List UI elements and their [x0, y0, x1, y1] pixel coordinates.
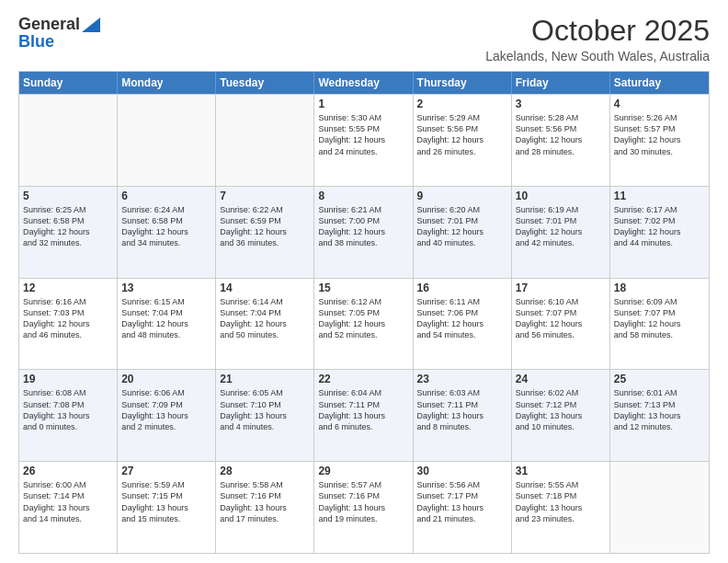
cal-cell-3-1: 12Sunrise: 6:16 AMSunset: 7:03 PMDayligh… [19, 279, 118, 370]
day-info: Sunrise: 6:04 AMSunset: 7:11 PMDaylight:… [318, 387, 408, 432]
logo-general-text: General [18, 15, 80, 34]
day-info: Sunrise: 6:06 AMSunset: 7:09 PMDaylight:… [121, 387, 211, 432]
cal-cell-1-1 [19, 95, 118, 186]
cal-cell-4-2: 20Sunrise: 6:06 AMSunset: 7:09 PMDayligh… [118, 370, 216, 461]
day-number: 31 [516, 465, 606, 477]
logo-blue-text: Blue [18, 32, 54, 51]
cal-cell-4-3: 21Sunrise: 6:05 AMSunset: 7:10 PMDayligh… [216, 370, 314, 461]
day-info: Sunrise: 6:24 AMSunset: 6:58 PMDaylight:… [121, 204, 211, 249]
cal-cell-2-2: 6Sunrise: 6:24 AMSunset: 6:58 PMDaylight… [118, 187, 216, 278]
cal-cell-5-1: 26Sunrise: 6:00 AMSunset: 7:14 PMDayligh… [19, 462, 118, 553]
day-info: Sunrise: 6:15 AMSunset: 7:04 PMDaylight:… [121, 296, 211, 341]
cal-cell-3-3: 14Sunrise: 6:14 AMSunset: 7:04 PMDayligh… [216, 279, 314, 370]
logo-icon [82, 17, 100, 32]
day-info: Sunrise: 6:19 AMSunset: 7:01 PMDaylight:… [516, 204, 606, 249]
cal-cell-4-7: 25Sunrise: 6:01 AMSunset: 7:13 PMDayligh… [610, 370, 709, 461]
day-number: 10 [516, 190, 606, 202]
cal-cell-2-6: 10Sunrise: 6:19 AMSunset: 7:01 PMDayligh… [512, 187, 610, 278]
cal-cell-1-7: 4Sunrise: 5:26 AMSunset: 5:57 PMDaylight… [610, 95, 709, 186]
cal-cell-1-6: 3Sunrise: 5:28 AMSunset: 5:56 PMDaylight… [512, 95, 610, 186]
day-number: 30 [417, 465, 507, 477]
day-number: 22 [318, 373, 408, 385]
day-number: 9 [417, 190, 507, 202]
day-info: Sunrise: 5:30 AMSunset: 5:55 PMDaylight:… [318, 112, 408, 157]
day-number: 18 [614, 282, 705, 294]
cal-cell-5-3: 28Sunrise: 5:58 AMSunset: 7:16 PMDayligh… [216, 462, 314, 553]
cal-cell-3-6: 17Sunrise: 6:10 AMSunset: 7:07 PMDayligh… [512, 279, 610, 370]
cal-cell-5-7 [610, 462, 709, 553]
day-info: Sunrise: 5:56 AMSunset: 7:17 PMDaylight:… [417, 479, 507, 524]
day-number: 4 [614, 98, 705, 110]
day-info: Sunrise: 5:55 AMSunset: 7:18 PMDaylight:… [516, 479, 606, 524]
cal-cell-2-7: 11Sunrise: 6:17 AMSunset: 7:02 PMDayligh… [610, 187, 709, 278]
month-title: October 2025 [485, 15, 710, 47]
page: General Blue October 2025 Lakelands, New… [0, 0, 728, 563]
day-info: Sunrise: 6:01 AMSunset: 7:13 PMDaylight:… [614, 387, 705, 432]
header-wednesday: Wednesday [314, 72, 413, 94]
day-number: 6 [121, 190, 211, 202]
header-sunday: Sunday [19, 72, 118, 94]
day-number: 14 [220, 282, 310, 294]
calendar-week-2: 5Sunrise: 6:25 AMSunset: 6:58 PMDaylight… [19, 186, 709, 278]
cal-cell-2-1: 5Sunrise: 6:25 AMSunset: 6:58 PMDaylight… [19, 187, 118, 278]
header-friday: Friday [512, 72, 610, 94]
cal-cell-3-2: 13Sunrise: 6:15 AMSunset: 7:04 PMDayligh… [118, 279, 216, 370]
header-tuesday: Tuesday [216, 72, 314, 94]
day-info: Sunrise: 5:59 AMSunset: 7:15 PMDaylight:… [121, 479, 211, 524]
header-monday: Monday [118, 72, 216, 94]
day-number: 21 [220, 373, 310, 385]
day-info: Sunrise: 6:21 AMSunset: 7:00 PMDaylight:… [318, 204, 408, 249]
calendar: Sunday Monday Tuesday Wednesday Thursday… [18, 71, 710, 554]
day-info: Sunrise: 6:08 AMSunset: 7:08 PMDaylight:… [23, 387, 113, 432]
cal-cell-3-4: 15Sunrise: 6:12 AMSunset: 7:05 PMDayligh… [314, 279, 413, 370]
cal-cell-2-4: 8Sunrise: 6:21 AMSunset: 7:00 PMDaylight… [314, 187, 413, 278]
day-number: 26 [23, 465, 113, 477]
day-info: Sunrise: 6:11 AMSunset: 7:06 PMDaylight:… [417, 296, 507, 341]
day-info: Sunrise: 6:09 AMSunset: 7:07 PMDaylight:… [614, 296, 705, 341]
calendar-body: 1Sunrise: 5:30 AMSunset: 5:55 PMDaylight… [19, 94, 709, 553]
cal-cell-1-2 [118, 95, 216, 186]
header-saturday: Saturday [610, 72, 709, 94]
day-number: 28 [220, 465, 310, 477]
day-info: Sunrise: 6:16 AMSunset: 7:03 PMDaylight:… [23, 296, 113, 341]
day-number: 15 [318, 282, 408, 294]
cal-cell-5-6: 31Sunrise: 5:55 AMSunset: 7:18 PMDayligh… [512, 462, 610, 553]
day-info: Sunrise: 5:57 AMSunset: 7:16 PMDaylight:… [318, 479, 408, 524]
cal-cell-2-5: 9Sunrise: 6:20 AMSunset: 7:01 PMDaylight… [414, 187, 512, 278]
day-number: 3 [516, 98, 606, 110]
day-info: Sunrise: 6:00 AMSunset: 7:14 PMDaylight:… [23, 479, 113, 524]
calendar-week-5: 26Sunrise: 6:00 AMSunset: 7:14 PMDayligh… [19, 461, 709, 553]
cal-cell-1-5: 2Sunrise: 5:29 AMSunset: 5:56 PMDaylight… [414, 95, 512, 186]
cal-cell-5-5: 30Sunrise: 5:56 AMSunset: 7:17 PMDayligh… [414, 462, 512, 553]
cal-cell-1-3 [216, 95, 314, 186]
day-number: 11 [614, 190, 705, 202]
logo: General Blue [18, 15, 100, 52]
day-info: Sunrise: 6:02 AMSunset: 7:12 PMDaylight:… [516, 387, 606, 432]
day-number: 5 [23, 190, 113, 202]
day-number: 8 [318, 190, 408, 202]
day-info: Sunrise: 6:25 AMSunset: 6:58 PMDaylight:… [23, 204, 113, 249]
cal-cell-4-1: 19Sunrise: 6:08 AMSunset: 7:08 PMDayligh… [19, 370, 118, 461]
day-info: Sunrise: 5:26 AMSunset: 5:57 PMDaylight:… [614, 112, 705, 157]
day-number: 13 [121, 282, 211, 294]
calendar-header: Sunday Monday Tuesday Wednesday Thursday… [19, 72, 709, 94]
day-number: 24 [516, 373, 606, 385]
day-number: 12 [23, 282, 113, 294]
day-info: Sunrise: 5:28 AMSunset: 5:56 PMDaylight:… [516, 112, 606, 157]
day-info: Sunrise: 6:10 AMSunset: 7:07 PMDaylight:… [516, 296, 606, 341]
cal-cell-1-4: 1Sunrise: 5:30 AMSunset: 5:55 PMDaylight… [314, 95, 413, 186]
day-number: 19 [23, 373, 113, 385]
location: Lakelands, New South Wales, Australia [485, 49, 710, 63]
day-number: 27 [121, 465, 211, 477]
day-info: Sunrise: 6:17 AMSunset: 7:02 PMDaylight:… [614, 204, 705, 249]
cal-cell-4-6: 24Sunrise: 6:02 AMSunset: 7:12 PMDayligh… [512, 370, 610, 461]
day-number: 20 [121, 373, 211, 385]
cal-cell-3-7: 18Sunrise: 6:09 AMSunset: 7:07 PMDayligh… [610, 279, 709, 370]
day-number: 2 [417, 98, 507, 110]
day-number: 16 [417, 282, 507, 294]
calendar-week-4: 19Sunrise: 6:08 AMSunset: 7:08 PMDayligh… [19, 369, 709, 461]
cal-cell-2-3: 7Sunrise: 6:22 AMSunset: 6:59 PMDaylight… [216, 187, 314, 278]
cal-cell-3-5: 16Sunrise: 6:11 AMSunset: 7:06 PMDayligh… [414, 279, 512, 370]
cal-cell-4-5: 23Sunrise: 6:03 AMSunset: 7:11 PMDayligh… [414, 370, 512, 461]
header-thursday: Thursday [414, 72, 512, 94]
